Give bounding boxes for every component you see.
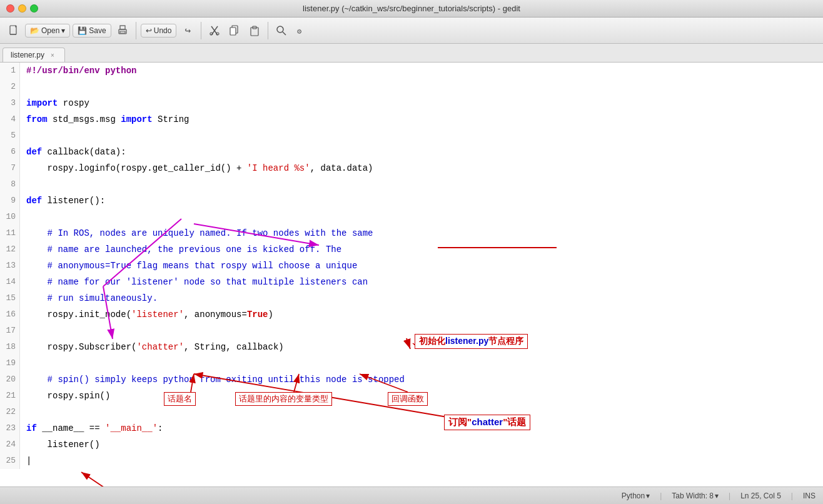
toolbar-separator-2 [201,22,201,39]
toolbar: 📂 Open ▾ 💾 Save ↩ Undo ↪ ⚙ [0,18,823,44]
code-line-16: rospy.init_node('listener', anonymous=Tr… [26,306,823,323]
tab-listener-py[interactable]: listener.py × [3,48,65,62]
maximize-button[interactable] [30,4,38,13]
titlebar: listener.py (~/catkin_ws/src/beginner_tu… [0,0,823,18]
code-line-7: rospy.loginfo(rospy.get_caller_id() + 'I… [26,160,823,176]
annotation-box-topic-type: 话题里的内容的变量类型 [235,392,332,406]
code-line-6: def callback(data): [26,144,823,160]
close-button[interactable] [6,4,14,13]
code-line-10 [26,209,823,225]
code-line-3: import rospy [26,95,823,111]
cursor-position: Ln 25, Col 5 [740,491,781,500]
svg-rect-4 [120,31,125,33]
replace-button[interactable]: ⚙ [293,22,310,39]
save-button[interactable]: 💾 Save [73,24,111,38]
cut-button[interactable] [206,22,223,39]
code-line-14: # name for our 'listener' node so that m… [26,274,823,290]
window-title: listener.py (~/catkin_ws/src/beginner_tu… [303,4,520,13]
tab-width-dropdown-icon: ▾ [715,491,719,500]
language-selector[interactable]: Python ▾ [622,491,650,500]
code-line-23: if __name__ == '__main__': [26,420,823,436]
code-line-4: from std_msgs.msg import String [26,111,823,128]
svg-line-14 [283,32,286,35]
language-label: Python [622,491,645,500]
open-icon: 📂 [30,26,39,35]
print-button[interactable] [114,22,131,39]
edit-mode: INS [803,491,815,500]
svg-line-26 [81,472,141,486]
code-line-8 [26,176,823,193]
paste-button[interactable] [246,22,263,39]
copy-button[interactable] [226,22,243,39]
svg-point-13 [277,26,283,33]
new-button[interactable] [5,22,23,39]
code-line-15: # run simultaneously. [26,290,823,306]
undo-button[interactable]: ↩ Undo [141,24,177,38]
code-line-13: # anonymous=True flag means that rospy w… [26,258,823,274]
editor[interactable]: 12345 678910 1112131415 1617181920 21222… [0,63,823,486]
code-line-25: | [26,453,823,469]
code-line-19 [26,355,823,371]
undo-icon: ↩ [146,26,152,35]
tab-close-button[interactable]: × [48,51,57,59]
code-area: 12345 678910 1112131415 1617181920 21222… [0,63,823,469]
open-button[interactable]: 📂 Open ▾ [25,24,70,38]
tab-width-label: Tab Width: 8 [672,491,714,500]
open-dropdown-icon: ▾ [61,26,65,35]
tabbar: listener.py × [0,44,823,63]
code-line-11: # In ROS, nodes are uniquely named. If t… [26,225,823,241]
status-sep-2: | [729,491,730,500]
status-sep-3: | [791,491,793,500]
statusbar: Python ▾ | Tab Width: 8 ▾ | Ln 25, Col 5… [0,486,823,504]
annotation-box-callback: 回调函数 [388,392,428,406]
save-icon: 💾 [78,26,87,35]
annotation-box-init-node: 初始化listener.py节点程序 [415,334,528,349]
code-line-1: #!/usr/bin/env python [26,63,823,79]
code-line-5 [26,128,823,144]
minimize-button[interactable] [18,4,26,13]
traffic-lights [6,4,38,13]
code-content[interactable]: #!/usr/bin/env python import rospy from … [20,63,823,469]
code-line-2 [26,79,823,95]
annotation-box-subscribe: 订阅"chatter"话题 [444,415,530,430]
status-sep-1: | [660,491,662,500]
annotation-box-topic-name: 话题名 [164,392,196,406]
toolbar-separator-1 [136,22,136,39]
tab-filename: listener.py [11,51,44,59]
svg-rect-3 [120,26,125,29]
svg-text:⚙: ⚙ [297,28,302,36]
svg-rect-10 [230,28,236,35]
find-button[interactable] [273,22,290,39]
language-dropdown-icon: ▾ [646,491,650,500]
code-line-22 [26,404,823,420]
code-line-20: # spin() simply keeps python from exitin… [26,371,823,388]
tab-width-selector[interactable]: Tab Width: 8 ▾ [672,491,719,500]
code-line-9: def listener(): [26,193,823,209]
toolbar-separator-3 [268,22,268,39]
redo-button[interactable]: ↪ [179,22,196,39]
line-numbers: 12345 678910 1112131415 1617181920 21222… [0,63,20,469]
code-line-24: listener() [26,436,823,453]
code-line-12: # name are launched, the previous one is… [26,241,823,258]
